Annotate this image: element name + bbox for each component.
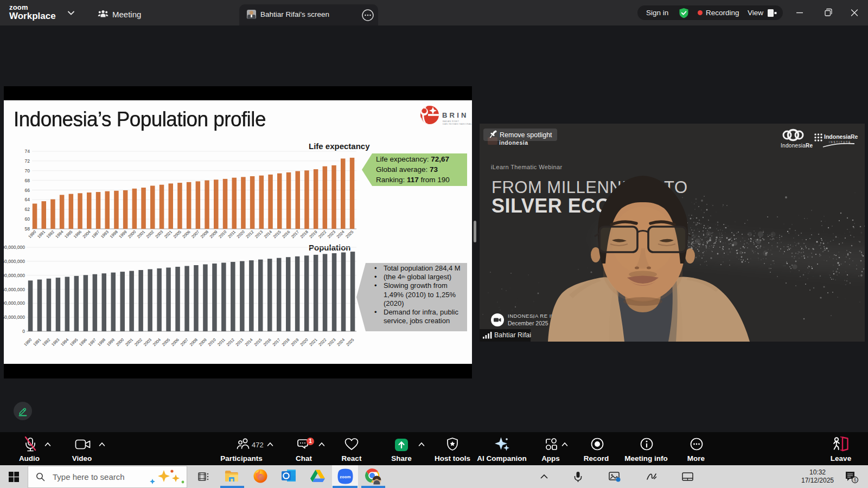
svg-text:2022: 2022 [317,337,327,347]
svg-text:1997: 1997 [91,229,100,239]
svg-text:2006: 2006 [181,229,191,239]
svg-text:2009: 2009 [209,229,219,239]
svg-text:2008: 2008 [189,337,199,347]
svg-text:•: • [374,264,377,272]
svg-text:1991: 1991 [36,229,46,239]
svg-text:2005: 2005 [161,337,171,347]
svg-text:2007: 2007 [190,229,200,239]
svg-text:2019: 2019 [290,337,299,347]
svg-text:2022: 2022 [317,229,327,239]
svg-text:zoom: zoom [340,474,351,479]
svg-text:100,000,000: 100,000,000 [4,300,25,306]
svg-text:Life expectancy: Life expectancy [309,142,370,151]
svg-text:6: 6 [854,477,857,483]
svg-text:•: • [374,281,377,290]
svg-text:2005: 2005 [173,229,182,239]
svg-text:2021: 2021 [308,337,318,347]
svg-text:50,000,000: 50,000,000 [4,314,25,320]
svg-text:(the 4th global largest): (the 4th global largest) [384,273,451,281]
svg-text:1994: 1994 [60,337,69,347]
svg-text:1999: 1999 [106,337,116,347]
svg-text:•: • [374,308,377,316]
svg-text:(2020): (2020) [384,299,404,307]
svg-text:2000: 2000 [127,229,137,239]
svg-text:1998: 1998 [109,229,119,239]
svg-text:150,000,000: 150,000,000 [4,287,25,292]
svg-text:2014: 2014 [263,229,273,239]
svg-text:1,49% (2010) to 1,25%: 1,49% (2010) to 1,25% [384,291,456,299]
svg-text:2025: 2025 [345,337,355,347]
svg-text:2015: 2015 [272,229,282,239]
svg-text:68: 68 [25,178,30,183]
svg-text:2025: 2025 [344,229,354,239]
svg-text:2010: 2010 [218,229,227,239]
svg-text:72: 72 [25,158,30,164]
svg-text:2000: 2000 [115,337,125,347]
svg-text:Demand for infra, public: Demand for infra, public [384,308,459,316]
svg-text:service, jobs creation: service, jobs creation [384,317,450,325]
svg-text:Life expectancy: 72,67: Life expectancy: 72,67 [376,155,449,163]
svg-text:2004: 2004 [82,229,92,239]
svg-text:2008: 2008 [200,229,209,239]
svg-text:2019: 2019 [308,229,318,239]
svg-text:74: 74 [25,149,30,154]
svg-text:64: 64 [25,197,30,202]
svg-text:Global average: 73: Global average: 73 [376,165,438,174]
svg-text:2020: 2020 [299,337,309,347]
svg-text:60: 60 [25,216,30,222]
svg-text:1996: 1996 [73,229,82,239]
svg-text:2020: 2020 [236,229,246,239]
svg-text:2024: 2024 [336,337,346,347]
svg-text:2017: 2017 [271,337,281,347]
svg-text:1995: 1995 [69,337,79,347]
svg-text:2014: 2014 [244,337,254,347]
svg-text:2002: 2002 [145,229,155,239]
svg-text:62: 62 [25,207,30,212]
svg-text:2004: 2004 [152,337,162,347]
svg-text:1996: 1996 [78,337,88,347]
svg-text:1994: 1994 [54,229,64,239]
svg-text:2002: 2002 [133,337,143,347]
svg-text:66: 66 [25,188,30,193]
svg-text:1993: 1993 [100,229,110,239]
svg-text:2007: 2007 [180,337,189,347]
svg-text:2024: 2024 [336,229,346,239]
svg-text:2013: 2013 [254,229,264,239]
svg-text:2006: 2006 [170,337,180,347]
svg-text:Slowing growth from: Slowing growth from [384,281,448,290]
svg-text:2016: 2016 [281,229,291,239]
svg-text:250,000,000: 250,000,000 [4,259,25,264]
svg-text:1990: 1990 [23,337,33,347]
svg-text:2015: 2015 [253,337,263,347]
svg-text:2021: 2021 [163,229,173,239]
svg-text:2023: 2023 [327,229,336,239]
svg-text:1997: 1997 [87,337,97,347]
svg-text:200,000,000: 200,000,000 [4,273,25,278]
svg-text:1998: 1998 [97,337,106,347]
svg-text:2012: 2012 [245,229,254,239]
svg-text:2011: 2011 [227,229,237,239]
svg-text:1992: 1992 [41,337,51,347]
svg-text:70: 70 [25,168,30,174]
svg-text:2009: 2009 [198,337,208,347]
svg-text:Ranking: 117 from 190: Ranking: 117 from 190 [376,176,450,184]
svg-text:2017: 2017 [290,229,300,239]
svg-text:2003: 2003 [143,337,152,347]
svg-text:2018: 2018 [280,337,290,347]
svg-text:1992: 1992 [46,229,55,239]
svg-text:2011: 2011 [216,337,226,347]
svg-text:Total population 284,4 M: Total population 284,4 M [384,264,461,272]
svg-text:•: • [374,273,377,281]
svg-text:2016: 2016 [263,337,272,347]
svg-text:2010: 2010 [207,337,217,347]
svg-text:1993: 1993 [50,337,60,347]
svg-text:300,000,000: 300,000,000 [4,245,25,250]
svg-text:2003: 2003 [154,229,164,239]
svg-text:1999: 1999 [118,229,127,239]
svg-text:2001: 2001 [136,229,146,239]
svg-text:1995: 1995 [63,229,73,239]
svg-text:1991: 1991 [32,337,42,347]
svg-text:2018: 2018 [299,229,309,239]
svg-text:2001: 2001 [124,337,134,347]
svg-text:0: 0 [22,329,25,334]
